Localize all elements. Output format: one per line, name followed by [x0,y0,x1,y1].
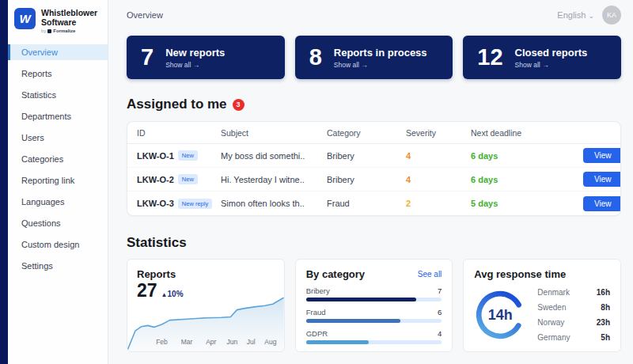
reports-trend-card: Reports 27 ▲10% [127,259,285,352]
report-category: Fraud [327,199,406,208]
report-severity: 2 [406,199,471,208]
topbar: Overview English ⌄ KA [127,0,621,30]
assigned-section-heading: Assigned to me 3 [127,97,621,112]
statistics-cards-row: Reports 27 ▲10% [127,259,621,352]
main-content: Overview English ⌄ KA 7 New reports Show… [108,0,633,364]
chevron-down-icon: ⌄ [588,12,594,20]
table-row[interactable]: LKW-O-3 New reply Simon often looks th..… [127,191,620,215]
sidebar-item-departments[interactable]: Departments [8,108,108,124]
trend-percent: 10% [168,290,184,298]
assigned-count-badge: 3 [233,99,244,111]
report-id: LKW-O-2 [137,175,174,184]
legend-value: 16h [597,288,610,297]
x-axis-labels: Feb Mar Apr Jun Jul Aug [127,338,284,347]
response-time-gauge: 14h [474,289,526,341]
report-deadline: 6 days [471,175,583,184]
sidebar-item-questions[interactable]: Questions [8,215,108,231]
sidebar-item-custom-design[interactable]: Custom design [8,237,108,252]
report-severity: 4 [406,151,471,161]
view-button[interactable]: View [583,196,621,211]
sidebar-item-languages[interactable]: Languages [8,194,108,210]
new-reports-show-all-link[interactable]: Show all → [165,61,225,69]
report-subject: Simon often looks th.. [221,199,327,208]
status-badge: New [178,174,198,184]
show-all-label: Show all [334,61,359,69]
legend-row: Germany 5h [537,330,610,345]
bar-track [306,298,442,301]
status-badge: New reply [178,199,212,209]
new-reports-card[interactable]: 7 New reports Show all → [127,36,285,79]
table-header-row: ID Subject Category Severity Next deadli… [127,122,620,144]
category-bar: GDPR 4 [306,329,442,344]
show-all-label: Show all [165,61,191,69]
view-button[interactable]: View [583,148,621,163]
column-header-subject: Subject [221,128,327,138]
sidebar-item-statistics[interactable]: Statistics [8,87,108,103]
assigned-table: ID Subject Category Severity Next deadli… [127,121,621,216]
sidebar-item-reports[interactable]: Reports [8,66,108,82]
legend-row: Sweden 8h [537,300,610,315]
closed-reports-show-all-link[interactable]: Show all → [515,61,588,69]
legend-value: 23h [597,318,610,327]
x-tick: Aug [264,338,276,346]
bar-label: Bribery [306,286,330,295]
status-badge: New [178,150,198,161]
sidebar-item-users[interactable]: Users [8,130,108,146]
response-legend: Denmark 16h Sweden 8h Norway 23h Germa [537,285,610,345]
sidebar-item-reporting-link[interactable]: Reporting link [8,173,108,188]
reports-in-process-card[interactable]: 8 Reports in process Show all → [295,36,453,79]
sidebar-item-settings[interactable]: Settings [8,258,108,274]
brand-name: Formalize [53,28,75,33]
column-header-id: ID [137,128,221,138]
by-category-card: By category See all Bribery 7 Fraud 6 [295,259,453,352]
legend-row: Denmark 16h [537,285,610,300]
formalize-logo-icon [47,29,51,33]
report-deadline: 6 days [471,151,583,161]
statistics-heading: Statistics [127,235,621,251]
logo-title-line2: Software [41,17,97,27]
bar-fill [306,340,370,344]
column-header-next-deadline: Next deadline [471,128,583,138]
reports-total: 27 [137,282,157,300]
report-deadline: 5 days [471,199,583,208]
reports-in-process-title: Reports in process [334,47,427,59]
see-all-link[interactable]: See all [418,270,442,279]
bar-label: GDPR [306,329,328,338]
report-id: LKW-O-1 [137,151,174,161]
x-tick: Feb [156,338,168,346]
gauge-center-value: 14h [474,289,526,341]
sidebar-nav: Overview Reports Statistics Departments … [8,44,108,274]
arrow-right-icon: → [193,61,200,69]
table-row[interactable]: LKW-O-2 New Hi. Yesterday I witne.. Brib… [127,168,620,191]
legend-country: Germany [537,333,570,342]
table-row[interactable]: LKW-O-1 New My boss did somethi.. Briber… [127,144,620,168]
avg-response-time-card: Avg response time 14h [463,259,621,352]
trend-up-icon: ▲ [161,291,168,298]
column-header-severity: Severity [406,128,471,138]
reports-in-process-show-all-link[interactable]: Show all → [334,61,427,69]
sidebar-item-categories[interactable]: Categories [8,151,108,167]
x-tick: Mar [181,338,193,346]
language-selector[interactable]: English ⌄ [557,10,594,20]
whistleblower-logo-icon: W [14,8,36,29]
legend-value: 5h [601,333,610,342]
report-subject: Hi. Yesterday I witne.. [221,175,327,184]
app-logo[interactable]: W Whistleblower Software by Formalize [8,0,108,43]
stat-cards-row: 7 New reports Show all → 8 Reports in pr… [127,36,621,79]
legend-country: Sweden [537,303,566,312]
reports-area-chart: Feb Mar Apr Jun Jul Aug [127,298,284,351]
bar-label: Fraud [306,308,326,317]
sidebar: W Whistleblower Software by Formalize Ov… [8,0,108,364]
closed-reports-card[interactable]: 12 Closed reports Show all → [463,36,621,79]
avatar[interactable]: KA [602,6,621,25]
legend-value: 8h [601,303,610,312]
reports-in-process-count: 8 [309,46,322,69]
category-bar: Bribery 7 [306,286,442,301]
report-id: LKW-O-3 [137,199,174,208]
sidebar-item-overview[interactable]: Overview [8,44,108,60]
bar-value: 6 [438,308,442,317]
view-button[interactable]: View [583,172,621,187]
report-severity: 4 [406,175,471,184]
left-accent-strip [0,0,8,364]
x-tick: Jun [227,338,238,346]
